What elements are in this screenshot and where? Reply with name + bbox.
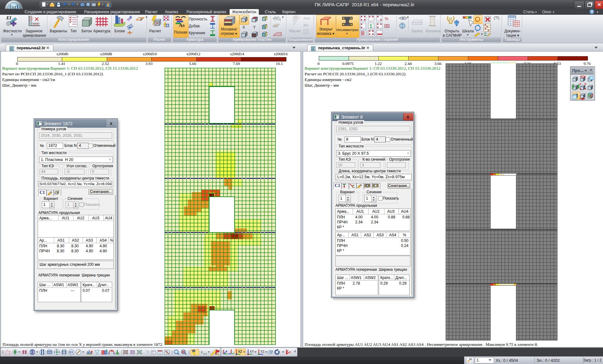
svg-text:EI: EI bbox=[6, 15, 12, 20]
svg-text:%: % bbox=[385, 16, 388, 21]
svg-text:YZ: YZ bbox=[260, 350, 264, 353]
svg-text:EI: EI bbox=[69, 351, 73, 354]
svg-text:XZ: XZ bbox=[238, 350, 242, 353]
svg-text:As: As bbox=[179, 22, 185, 28]
svg-text:Ka: Ka bbox=[303, 23, 308, 27]
svg-text:L: L bbox=[201, 350, 203, 354]
svg-text:Σ: Σ bbox=[370, 24, 372, 29]
svg-text:XY: XY bbox=[250, 350, 254, 353]
svg-text:t: t bbox=[280, 17, 281, 22]
svg-text:Σ: Σ bbox=[484, 32, 487, 37]
svg-text:P: P bbox=[140, 17, 142, 22]
svg-text:(?!): (?!) bbox=[494, 16, 499, 20]
svg-text:Asw: Asw bbox=[303, 16, 310, 20]
